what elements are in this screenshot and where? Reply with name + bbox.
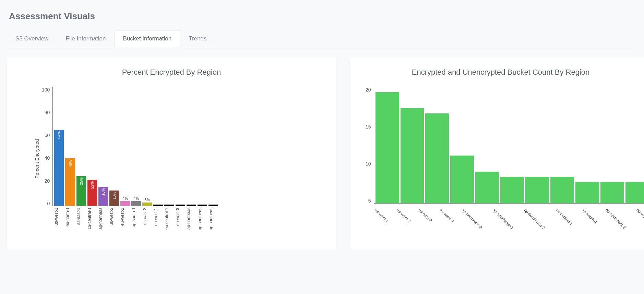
- panels: Percent Encrypted By Region Percent Encr…: [7, 47, 637, 249]
- bar: 13%: [109, 87, 119, 206]
- yaxis-tick: 0: [42, 201, 50, 206]
- tab-file-information[interactable]: File Information: [57, 30, 114, 47]
- bar-rect: [198, 205, 207, 206]
- bar-rect: [153, 205, 163, 206]
- bar-rect: [208, 205, 218, 206]
- xaxis-tick: ap-northeas: [98, 208, 108, 231]
- panel-percent-encrypted: Percent Encrypted By Region Percent Encr…: [7, 58, 336, 249]
- yaxis-tick: 40: [42, 155, 50, 161]
- bar-value-label: 25%: [79, 177, 83, 185]
- yaxis-tick: 80: [42, 110, 50, 115]
- bar-rect: 64%: [54, 130, 64, 206]
- bar: [525, 177, 549, 203]
- xaxis-tick: us-west-1: [54, 208, 63, 231]
- bar-rect: 25%: [76, 176, 86, 206]
- bar: [187, 87, 196, 206]
- bar-rect: [120, 201, 130, 206]
- bar: [425, 113, 449, 203]
- bar-value-label: 22%: [90, 181, 94, 189]
- xaxis-tick: eu-west-3: [175, 208, 185, 231]
- bar-rect: [176, 205, 185, 206]
- xaxis-tick: eu-north-1: [65, 208, 75, 231]
- yaxis-tick: 5: [366, 198, 371, 204]
- plot-area-right: [374, 87, 644, 204]
- bar: [401, 108, 424, 203]
- bar: 4%: [120, 87, 130, 206]
- bar-value-label: 13%: [112, 192, 116, 199]
- bar: [475, 172, 499, 203]
- xaxis-left: us-west-1eu-north-1sa-east-1ca-central-1…: [52, 206, 219, 231]
- xaxis-tick: ap-northeas: [186, 208, 196, 231]
- bar: [198, 87, 207, 206]
- bar: [450, 156, 474, 203]
- bar-value-label: 3%: [142, 198, 152, 202]
- bar-value-label: 64%: [57, 131, 61, 139]
- xaxis-tick: sa-east-1: [76, 208, 86, 231]
- yaxis-tick: 20: [42, 178, 50, 184]
- bar: [208, 87, 218, 206]
- yaxis-tick: 100: [42, 87, 50, 93]
- xaxis-tick: ap-southeas: [208, 208, 218, 231]
- xaxis-tick: us-west-2: [109, 208, 119, 231]
- bar-rect: [187, 205, 196, 206]
- bar-rect: [164, 205, 174, 206]
- chart-left-body: Percent Encrypted 100806040200 64%40%25%…: [34, 87, 219, 231]
- xaxis-tick: us-east-2: [142, 208, 152, 231]
- bar-rect: [142, 203, 152, 206]
- bar: 3%: [142, 87, 152, 206]
- xaxis-tick: ap-southeas: [198, 208, 207, 231]
- bar: 64%: [54, 87, 64, 206]
- tab-s3-overview[interactable]: S3 Overview: [7, 30, 57, 47]
- bar: 4%: [131, 87, 141, 206]
- tabs: S3 Overview File Information Bucket Info…: [7, 30, 637, 47]
- bar: [600, 182, 624, 203]
- bar-value-label: 16%: [101, 188, 105, 196]
- bar: [176, 87, 185, 206]
- yaxis-tick: 20: [366, 87, 371, 93]
- bar: 22%: [87, 87, 97, 206]
- yaxis-ticks-left: 100806040200: [40, 87, 52, 231]
- xaxis-tick: ca-central-1: [87, 208, 97, 231]
- bar: [575, 182, 599, 203]
- bar-rect: 13%: [109, 191, 119, 206]
- bar-rect: 16%: [98, 187, 108, 206]
- yaxis-tick: 60: [42, 133, 50, 138]
- chart-title-right: Encrypted and Unencrypted Bucket Count B…: [357, 68, 644, 77]
- bar: 40%: [65, 87, 75, 206]
- xaxis-tick: eu-west-2: [120, 208, 130, 231]
- tab-bucket-information[interactable]: Bucket Information: [115, 30, 180, 47]
- plot-area-left: 64%40%25%22%16%13%4%4%3%: [52, 87, 219, 206]
- xaxis-tick: eu-west-2: [619, 206, 644, 238]
- chart-title-left: Percent Encrypted By Region: [14, 68, 329, 77]
- bar: [164, 87, 174, 206]
- xaxis-tick: eu-central-1: [164, 208, 174, 231]
- bar: [375, 92, 399, 203]
- bar-rect: 40%: [65, 158, 75, 206]
- tab-trends[interactable]: Trends: [180, 30, 215, 47]
- panel-bucket-count: Encrypted and Unencrypted Bucket Count B…: [350, 58, 644, 249]
- xaxis-right: us-west-1us-west-2us-east-2eu-west-1ap-n…: [374, 204, 644, 231]
- bar: [153, 87, 163, 206]
- bar-rect: [131, 201, 141, 206]
- yaxis-tick: 10: [366, 161, 371, 167]
- bar: 16%: [98, 87, 108, 206]
- bar: [625, 182, 644, 203]
- bar: 25%: [76, 87, 86, 206]
- xaxis-tick: eu-west-1: [153, 208, 163, 231]
- bar: [550, 177, 574, 203]
- bar-value-label: 40%: [68, 160, 72, 167]
- chart-right-body: 2015105 us-west-1us-west-2us-east-2eu-we…: [363, 87, 644, 231]
- yaxis-tick: 15: [366, 124, 371, 130]
- bar: [500, 177, 524, 203]
- bar-value-label: 4%: [120, 196, 130, 200]
- bar-rect: 22%: [87, 180, 97, 206]
- bar-value-label: 4%: [131, 196, 141, 200]
- yaxis-label-left: Percent Encrypted: [34, 139, 40, 179]
- page-title: Assessment Visuals: [9, 11, 637, 22]
- xaxis-tick: ap-south-1: [131, 208, 141, 231]
